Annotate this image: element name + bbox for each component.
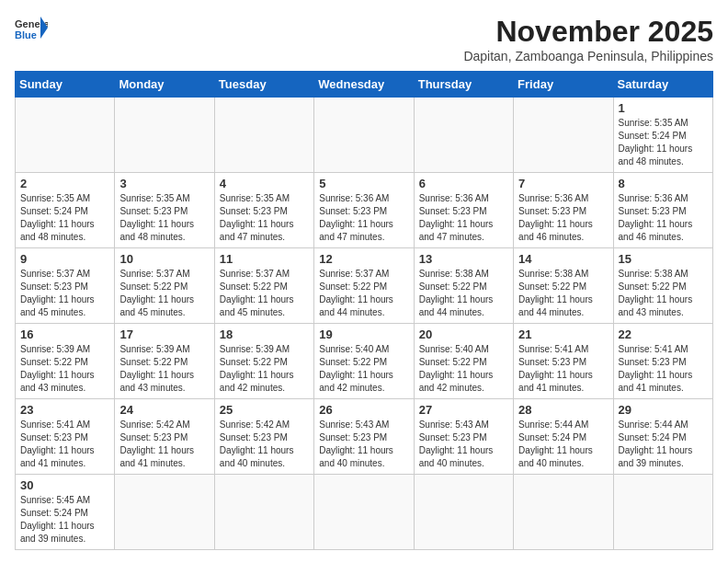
day-number: 18: [220, 327, 309, 341]
day-number: 13: [419, 252, 508, 266]
calendar-cell: 6Sunrise: 5:36 AM Sunset: 5:23 PM Daylig…: [414, 173, 513, 248]
calendar-cell: [115, 98, 214, 173]
weekday-header-friday: Friday: [514, 72, 613, 98]
cell-sun-info: Sunrise: 5:39 AM Sunset: 5:22 PM Dayligh…: [20, 343, 109, 395]
calendar-cell: 30Sunrise: 5:45 AM Sunset: 5:24 PM Dayli…: [16, 475, 115, 550]
cell-sun-info: Sunrise: 5:35 AM Sunset: 5:24 PM Dayligh…: [619, 117, 708, 168]
calendar-cell: 25Sunrise: 5:42 AM Sunset: 5:23 PM Dayli…: [214, 399, 313, 475]
weekday-header-wednesday: Wednesday: [314, 72, 414, 98]
cell-sun-info: Sunrise: 5:45 AM Sunset: 5:24 PM Dayligh…: [20, 494, 109, 546]
calendar-table: SundayMondayTuesdayWednesdayThursdayFrid…: [15, 71, 713, 550]
cell-sun-info: Sunrise: 5:44 AM Sunset: 5:24 PM Dayligh…: [518, 419, 608, 470]
calendar-cell: 13Sunrise: 5:38 AM Sunset: 5:22 PM Dayli…: [414, 248, 513, 324]
day-number: 27: [419, 403, 508, 417]
day-number: 10: [119, 252, 209, 266]
calendar-cell: 15Sunrise: 5:38 AM Sunset: 5:22 PM Dayli…: [613, 248, 712, 324]
day-number: 29: [619, 403, 708, 417]
title-area: November 2025 Dapitan, Zamboanga Peninsu…: [463, 15, 713, 63]
day-number: 3: [119, 177, 209, 190]
week-row-2: 2Sunrise: 5:35 AM Sunset: 5:24 PM Daylig…: [16, 173, 713, 248]
calendar-cell: 5Sunrise: 5:36 AM Sunset: 5:23 PM Daylig…: [314, 173, 414, 248]
week-row-1: 1Sunrise: 5:35 AM Sunset: 5:24 PM Daylig…: [16, 98, 713, 173]
calendar-cell: 4Sunrise: 5:35 AM Sunset: 5:23 PM Daylig…: [214, 173, 313, 248]
calendar-cell: 19Sunrise: 5:40 AM Sunset: 5:22 PM Dayli…: [314, 324, 414, 399]
calendar-cell: [514, 475, 613, 550]
calendar-header: SundayMondayTuesdayWednesdayThursdayFrid…: [16, 72, 713, 98]
calendar-cell: 28Sunrise: 5:44 AM Sunset: 5:24 PM Dayli…: [514, 399, 613, 475]
cell-sun-info: Sunrise: 5:38 AM Sunset: 5:22 PM Dayligh…: [619, 268, 708, 319]
calendar-cell: [115, 475, 214, 550]
calendar-cell: [16, 98, 115, 173]
day-number: 21: [518, 327, 608, 341]
cell-sun-info: Sunrise: 5:36 AM Sunset: 5:23 PM Dayligh…: [518, 192, 608, 244]
cell-sun-info: Sunrise: 5:39 AM Sunset: 5:22 PM Dayligh…: [220, 343, 309, 395]
calendar-cell: 27Sunrise: 5:43 AM Sunset: 5:23 PM Dayli…: [414, 399, 513, 475]
calendar-cell: [314, 475, 414, 550]
day-number: 26: [319, 403, 408, 417]
cell-sun-info: Sunrise: 5:35 AM Sunset: 5:23 PM Dayligh…: [119, 192, 209, 244]
cell-sun-info: Sunrise: 5:44 AM Sunset: 5:24 PM Dayligh…: [619, 419, 708, 470]
cell-sun-info: Sunrise: 5:40 AM Sunset: 5:22 PM Dayligh…: [419, 343, 508, 395]
cell-sun-info: Sunrise: 5:38 AM Sunset: 5:22 PM Dayligh…: [419, 268, 508, 319]
week-row-3: 9Sunrise: 5:37 AM Sunset: 5:23 PM Daylig…: [16, 248, 713, 324]
weekday-header-monday: Monday: [115, 72, 214, 98]
calendar-cell: 21Sunrise: 5:41 AM Sunset: 5:23 PM Dayli…: [514, 324, 613, 399]
day-number: 14: [518, 252, 608, 266]
day-number: 24: [119, 403, 209, 417]
day-number: 1: [619, 101, 708, 115]
calendar-cell: 16Sunrise: 5:39 AM Sunset: 5:22 PM Dayli…: [16, 324, 115, 399]
cell-sun-info: Sunrise: 5:43 AM Sunset: 5:23 PM Dayligh…: [319, 419, 408, 470]
calendar-cell: 18Sunrise: 5:39 AM Sunset: 5:22 PM Dayli…: [214, 324, 313, 399]
weekday-header-thursday: Thursday: [414, 72, 513, 98]
day-number: 20: [419, 327, 508, 341]
day-number: 11: [220, 252, 309, 266]
calendar-cell: 2Sunrise: 5:35 AM Sunset: 5:24 PM Daylig…: [16, 173, 115, 248]
cell-sun-info: Sunrise: 5:37 AM Sunset: 5:22 PM Dayligh…: [119, 268, 209, 319]
calendar-cell: [214, 475, 313, 550]
cell-sun-info: Sunrise: 5:41 AM Sunset: 5:23 PM Dayligh…: [619, 343, 708, 395]
cell-sun-info: Sunrise: 5:42 AM Sunset: 5:23 PM Dayligh…: [119, 419, 209, 470]
cell-sun-info: Sunrise: 5:37 AM Sunset: 5:22 PM Dayligh…: [319, 268, 408, 319]
cell-sun-info: Sunrise: 5:37 AM Sunset: 5:22 PM Dayligh…: [220, 268, 309, 319]
cell-sun-info: Sunrise: 5:36 AM Sunset: 5:23 PM Dayligh…: [419, 192, 508, 244]
day-number: 17: [119, 327, 209, 341]
calendar-cell: 9Sunrise: 5:37 AM Sunset: 5:23 PM Daylig…: [16, 248, 115, 324]
day-number: 5: [319, 177, 408, 190]
cell-sun-info: Sunrise: 5:36 AM Sunset: 5:23 PM Dayligh…: [319, 192, 408, 244]
weekday-header-sunday: Sunday: [16, 72, 115, 98]
calendar-cell: 23Sunrise: 5:41 AM Sunset: 5:23 PM Dayli…: [16, 399, 115, 475]
day-number: 2: [20, 177, 109, 190]
week-row-5: 23Sunrise: 5:41 AM Sunset: 5:23 PM Dayli…: [16, 399, 713, 475]
day-number: 30: [20, 478, 109, 492]
cell-sun-info: Sunrise: 5:43 AM Sunset: 5:23 PM Dayligh…: [419, 419, 508, 470]
calendar-cell: 17Sunrise: 5:39 AM Sunset: 5:22 PM Dayli…: [115, 324, 214, 399]
calendar-body: 1Sunrise: 5:35 AM Sunset: 5:24 PM Daylig…: [16, 98, 713, 550]
cell-sun-info: Sunrise: 5:42 AM Sunset: 5:23 PM Dayligh…: [220, 419, 309, 470]
header: General Blue November 2025 Dapitan, Zamb…: [15, 15, 713, 63]
day-number: 12: [319, 252, 408, 266]
day-number: 19: [319, 327, 408, 341]
calendar-cell: 1Sunrise: 5:35 AM Sunset: 5:24 PM Daylig…: [613, 98, 712, 173]
cell-sun-info: Sunrise: 5:40 AM Sunset: 5:22 PM Dayligh…: [319, 343, 408, 395]
day-number: 23: [20, 403, 109, 417]
calendar-cell: 24Sunrise: 5:42 AM Sunset: 5:23 PM Dayli…: [115, 399, 214, 475]
calendar-cell: 14Sunrise: 5:38 AM Sunset: 5:22 PM Dayli…: [514, 248, 613, 324]
calendar-cell: [613, 475, 712, 550]
day-number: 25: [220, 403, 309, 417]
day-number: 22: [619, 327, 708, 341]
calendar-cell: 26Sunrise: 5:43 AM Sunset: 5:23 PM Dayli…: [314, 399, 414, 475]
weekday-header-row: SundayMondayTuesdayWednesdayThursdayFrid…: [16, 72, 713, 98]
calendar-cell: 20Sunrise: 5:40 AM Sunset: 5:22 PM Dayli…: [414, 324, 513, 399]
calendar-cell: 11Sunrise: 5:37 AM Sunset: 5:22 PM Dayli…: [214, 248, 313, 324]
cell-sun-info: Sunrise: 5:35 AM Sunset: 5:24 PM Dayligh…: [20, 192, 109, 244]
cell-sun-info: Sunrise: 5:35 AM Sunset: 5:23 PM Dayligh…: [220, 192, 309, 244]
weekday-header-tuesday: Tuesday: [214, 72, 313, 98]
cell-sun-info: Sunrise: 5:38 AM Sunset: 5:22 PM Dayligh…: [518, 268, 608, 319]
svg-text:Blue: Blue: [15, 29, 37, 40]
calendar-cell: [314, 98, 414, 173]
cell-sun-info: Sunrise: 5:39 AM Sunset: 5:22 PM Dayligh…: [119, 343, 209, 395]
calendar-cell: [214, 98, 313, 173]
calendar-cell: 7Sunrise: 5:36 AM Sunset: 5:23 PM Daylig…: [514, 173, 613, 248]
day-number: 8: [619, 177, 708, 190]
logo-image: General Blue: [15, 15, 48, 40]
